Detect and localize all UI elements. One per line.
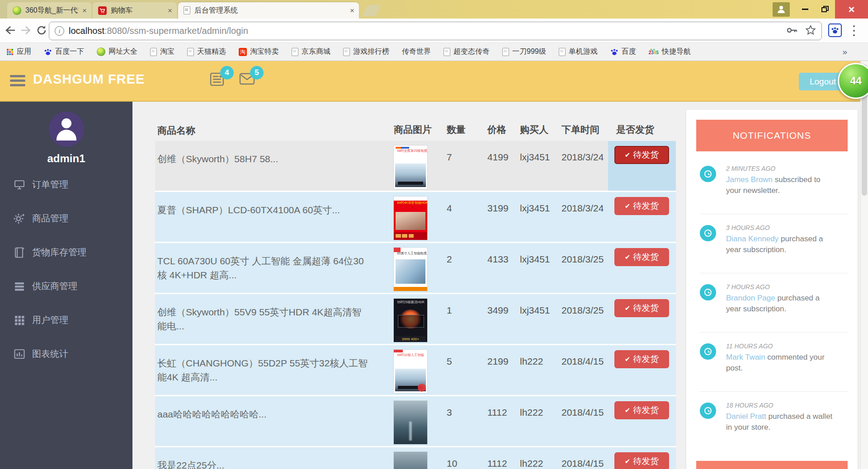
browser-tab-cart[interactable]: 购物车 bbox=[93, 2, 177, 19]
forward-button[interactable] bbox=[20, 25, 32, 38]
notifications-panel: NOTIFICATIONS 2 MINUTES AGO James Brown … bbox=[686, 110, 858, 469]
browser-tab-admin-active[interactable]: 后台管理系统 bbox=[178, 2, 359, 19]
main-content: 商品名称 商品图片 数量 价格 购买人 下单时间 是否发货 创维（Skywort… bbox=[132, 102, 868, 469]
ship-cell: ✔待发货 bbox=[608, 141, 676, 191]
orders-notice-button[interactable]: 4 bbox=[209, 71, 226, 89]
minimize-button[interactable] bbox=[795, 0, 815, 19]
quantity: 2 bbox=[441, 243, 479, 293]
ship-button[interactable]: ✔待发货 bbox=[614, 248, 669, 266]
profile-body bbox=[778, 10, 785, 13]
ship-button[interactable]: ✔待发货 bbox=[614, 350, 669, 368]
ship-button[interactable]: ✔待发货 bbox=[614, 197, 669, 215]
notification-item[interactable]: 3 HOURS AGO Diana Kennedy purchased a ye… bbox=[700, 214, 849, 273]
bookmark-star-icon[interactable] bbox=[805, 25, 816, 37]
bookmark-2345-nav[interactable]: 快捷导航 bbox=[649, 47, 691, 56]
tab-close-icon[interactable] bbox=[350, 7, 354, 14]
notifications-header: NOTIFICATIONS bbox=[696, 120, 848, 151]
extension-paw-icon[interactable] bbox=[828, 23, 842, 37]
ship-cell: ✔待发货 bbox=[608, 396, 676, 446]
notification-item[interactable]: 7 HOURS AGO Brandon Page purchased a yea… bbox=[700, 273, 849, 333]
bookmark-jd[interactable]: 京东商城 bbox=[292, 47, 330, 56]
browser-tab-bar: 360导航_新一代安全上网 购物车 后台管理系统 bbox=[0, 0, 868, 19]
new-tab-button[interactable] bbox=[362, 5, 381, 16]
clock-icon bbox=[700, 343, 716, 360]
notification-user-link[interactable]: Daniel Pratt bbox=[726, 412, 766, 421]
product-image: 55吋32核人工智能 bbox=[394, 350, 427, 393]
product-name: 创维（Skyworth）58H7 58... bbox=[155, 141, 389, 191]
address-bar[interactable]: localhost:8080/ssm-supermarket/admin/log… bbox=[49, 22, 822, 40]
page-icon bbox=[150, 48, 157, 56]
tab-close-icon[interactable] bbox=[82, 7, 87, 14]
ship-label: 待发货 bbox=[633, 353, 659, 365]
book-icon bbox=[14, 247, 25, 258]
sidebar-item-charts[interactable]: 图表统计 bbox=[0, 337, 132, 371]
bookmark-yidao999[interactable]: 一刀999级 bbox=[502, 47, 546, 56]
site-info-icon[interactable] bbox=[55, 26, 64, 36]
quantity: 3 bbox=[441, 396, 479, 446]
bookmark-super-legend[interactable]: 超变态传奇 bbox=[443, 47, 490, 56]
quantity: 5 bbox=[441, 345, 479, 395]
price: 3199 bbox=[479, 192, 513, 242]
thumb-photo bbox=[396, 259, 425, 284]
tab-close-icon[interactable] bbox=[168, 7, 172, 14]
buyer: lxj3451 bbox=[513, 141, 554, 191]
sidebar-item-orders[interactable]: 订单管理 bbox=[0, 168, 132, 202]
bookmark-game-rank[interactable]: 游戏排行榜 bbox=[343, 47, 389, 56]
reload-button[interactable] bbox=[36, 25, 47, 38]
back-button[interactable] bbox=[5, 25, 16, 38]
bookmark-taobao[interactable]: 淘宝 bbox=[150, 47, 175, 56]
page-scrollbar[interactable] bbox=[860, 61, 868, 469]
notification-user-link[interactable]: James Brown bbox=[726, 175, 773, 184]
browser-menu-icon[interactable] bbox=[853, 24, 855, 38]
bookmark-label: 超变态传奇 bbox=[453, 47, 490, 56]
bookmark-baidu-search[interactable]: 百度一下 bbox=[44, 47, 84, 56]
restore-button[interactable] bbox=[815, 0, 835, 19]
check-icon: ✔ bbox=[625, 253, 631, 261]
sidebar-item-users[interactable]: 用户管理 bbox=[0, 303, 132, 337]
sidebar-toggle-icon[interactable] bbox=[10, 75, 25, 86]
browser-tab-360[interactable]: 360导航_新一代安全上网 bbox=[7, 2, 91, 19]
mail-notice-button[interactable]: 5 bbox=[239, 71, 255, 88]
ship-cell: ✔待发货 bbox=[608, 447, 676, 469]
app-header: DASHGUM FREE 4 5 Logout bbox=[0, 61, 868, 102]
bookmark-baidu[interactable]: 百度 bbox=[610, 47, 636, 56]
page-icon bbox=[559, 48, 566, 56]
notification-item[interactable]: 2 MINUTES AGO James Brown subscribed to … bbox=[700, 155, 849, 214]
orders-table: 商品名称 商品图片 数量 价格 购买人 下单时间 是否发货 创维（Skywort… bbox=[155, 102, 676, 469]
ship-button[interactable]: ✔待发货 bbox=[614, 299, 669, 317]
bookmark-legend-world[interactable]: 传奇世界 bbox=[402, 47, 431, 56]
url-text[interactable]: localhost:8080/ssm-supermarket/admin/log… bbox=[69, 26, 779, 36]
bookmark-taobao-sale[interactable]: 淘宝特卖 bbox=[239, 47, 279, 56]
password-key-icon[interactable] bbox=[786, 25, 798, 37]
ship-button[interactable]: ✔待发货 bbox=[614, 146, 669, 164]
notification-user-link[interactable]: Brandon Page bbox=[726, 294, 775, 302]
bookmark-label: 一刀999级 bbox=[512, 47, 546, 56]
ship-button[interactable]: ✔待发货 bbox=[614, 452, 669, 469]
check-icon: ✔ bbox=[625, 457, 631, 465]
notification-user-link[interactable]: Diana Kennedy bbox=[726, 234, 778, 243]
360-logo-icon bbox=[13, 6, 21, 15]
ship-button[interactable]: ✔待发货 bbox=[614, 401, 669, 419]
thumb-strip bbox=[394, 232, 427, 240]
page-icon bbox=[187, 48, 194, 56]
browser-profile-icon[interactable] bbox=[773, 2, 790, 17]
sidebar-item-products[interactable]: 商品管理 bbox=[0, 202, 132, 235]
notification-time: 18 HOURS AGO bbox=[726, 402, 835, 409]
notification-item[interactable]: 11 HOURS AGO Mark Twain commented your p… bbox=[700, 333, 849, 392]
notification-user-link[interactable]: Mark Twain bbox=[726, 353, 765, 361]
thumb-caption: 60吋4K语音智能HDR bbox=[397, 197, 424, 205]
bookmark-apps[interactable]: 应用 bbox=[6, 47, 31, 56]
bookmark-single-games[interactable]: 单机游戏 bbox=[559, 47, 598, 56]
bookmarks-bar: 应用 百度一下 网址大全 淘宝 天猫精选 淘宝特卖 京东商城 游戏排行榜 传奇世… bbox=[0, 43, 868, 61]
sidebar-item-inventory[interactable]: 货物库存管理 bbox=[0, 235, 132, 269]
bar-chart-icon bbox=[14, 348, 25, 360]
bookmark-tmall[interactable]: 天猫精选 bbox=[187, 47, 226, 56]
bookmarks-overflow-chevron[interactable]: » bbox=[842, 47, 847, 57]
ship-cell: ✔待发货 bbox=[608, 192, 676, 242]
notification-item[interactable]: 18 HOURS AGO Daniel Pratt purchased a wa… bbox=[700, 392, 849, 451]
bookmark-360-sites[interactable]: 网址大全 bbox=[97, 47, 137, 56]
bookmark-label: 网址大全 bbox=[108, 47, 137, 56]
close-button[interactable] bbox=[835, 0, 868, 19]
team-members-header: TEAM MEMBERS bbox=[696, 461, 848, 469]
sidebar-item-suppliers[interactable]: 供应商管理 bbox=[0, 269, 132, 303]
